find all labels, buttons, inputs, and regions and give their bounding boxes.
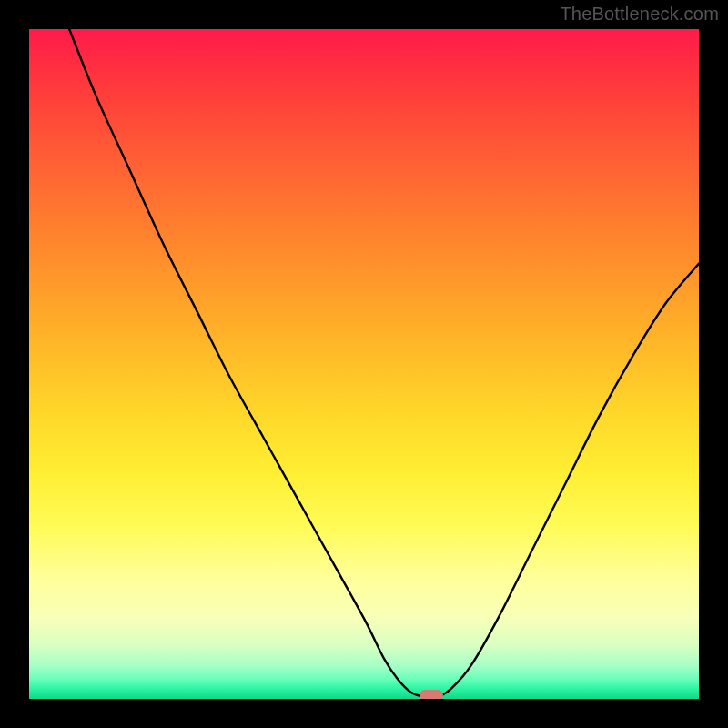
plot-area	[29, 29, 699, 699]
minimum-marker	[420, 690, 443, 699]
watermark-text: TheBottleneck.com	[560, 4, 719, 25]
bottleneck-curve	[29, 29, 699, 699]
chart-frame: TheBottleneck.com	[0, 0, 728, 728]
